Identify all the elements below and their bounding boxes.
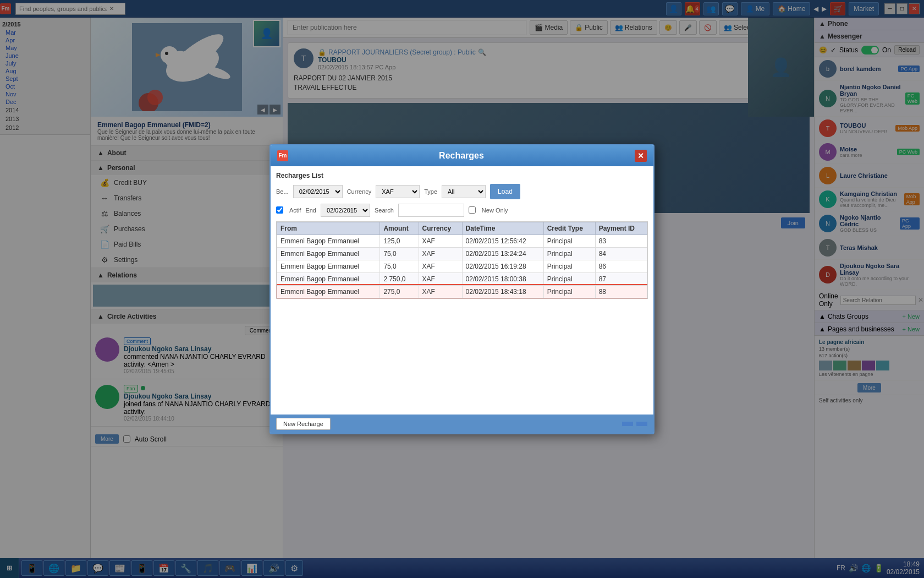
table-header: From Amount Currency DateTime Credit Typ… <box>277 222 647 235</box>
col-amount: Amount <box>380 222 419 235</box>
new-recharge-btn[interactable]: New Recharge <box>276 418 331 430</box>
modal-footer: New Recharge <box>271 415 653 433</box>
recharges-modal: Fm Recharges ✕ Recharges List Be... 02/0… <box>270 144 654 434</box>
cell-amount-1: 75,0 <box>380 247 419 260</box>
actif-checkbox[interactable] <box>276 206 283 214</box>
cell-payment-id-0: 83 <box>595 235 647 247</box>
modal-title: Recharges <box>288 151 635 161</box>
currency-label: Currency <box>347 188 372 195</box>
end-label: End <box>305 207 316 214</box>
cell-from-0: Emmeni Bagop Emmanuel <box>277 235 380 247</box>
cell-datetime-4: 02/02/2015 18:43:18 <box>462 285 543 298</box>
cell-credit-type-1: Principal <box>543 247 595 260</box>
col-datetime: DateTime <box>462 222 543 235</box>
modal-close-btn[interactable]: ✕ <box>635 150 647 162</box>
table-empty-area <box>276 299 648 409</box>
modal-logo: Fm <box>277 150 288 161</box>
new-only-label: New Only <box>482 207 508 214</box>
cell-currency-1: XAF <box>419 247 462 260</box>
cell-currency-2: XAF <box>419 260 462 272</box>
modal-footer-right <box>622 421 648 427</box>
cell-currency-4: XAF <box>419 285 462 298</box>
cell-credit-type-4: Principal <box>543 285 595 298</box>
table-row-1[interactable]: Emmeni Bagop Emmanuel 75,0 XAF 02/02/201… <box>277 247 647 260</box>
cell-from-2: Emmeni Bagop Emmanuel <box>277 260 380 272</box>
modal-body: Recharges List Be... 02/02/2015 Currency… <box>271 166 653 415</box>
table-row-2[interactable]: Emmeni Bagop Emmanuel 75,0 XAF 02/02/201… <box>277 260 647 272</box>
cell-from-3: Emmeni Bagop Emmanuel <box>277 272 380 285</box>
recharges-table-container: From Amount Currency DateTime Credit Typ… <box>276 221 648 299</box>
table-body: Emmeni Bagop Emmanuel 125,0 XAF 02/02/20… <box>277 235 647 298</box>
cell-datetime-2: 02/02/2015 16:19:28 <box>462 260 543 272</box>
cell-credit-type-0: Principal <box>543 235 595 247</box>
cell-payment-id-4: 88 <box>595 285 647 298</box>
cell-datetime-3: 02/02/2015 18:00:38 <box>462 272 543 285</box>
type-select[interactable]: All <box>442 185 486 198</box>
table-row-0[interactable]: Emmeni Bagop Emmanuel 125,0 XAF 02/02/20… <box>277 235 647 247</box>
new-only-checkbox[interactable] <box>469 206 476 214</box>
footer-action-btn[interactable] <box>622 421 634 427</box>
currency-select[interactable]: XAF <box>376 185 420 198</box>
modal-header: Fm Recharges ✕ <box>271 145 653 166</box>
cell-currency-3: XAF <box>419 272 462 285</box>
cell-from-4: Emmeni Bagop Emmanuel <box>277 285 380 298</box>
cell-payment-id-1: 84 <box>595 247 647 260</box>
modal-toolbar-2: Actif End 02/02/2015 Search New Only <box>276 204 648 217</box>
recharges-table: From Amount Currency DateTime Credit Typ… <box>277 222 647 298</box>
actif-label: Actif <box>289 207 301 214</box>
footer-close-btn[interactable] <box>636 421 648 427</box>
modal-section-title: Recharges List <box>276 172 648 179</box>
cell-credit-type-2: Principal <box>543 260 595 272</box>
table-row-4[interactable]: Emmeni Bagop Emmanuel 275,0 XAF 02/02/20… <box>277 285 647 298</box>
search-label: Search <box>375 207 394 214</box>
search-field[interactable] <box>398 204 464 217</box>
type-label: Type <box>424 188 437 195</box>
modal-toolbar: Be... 02/02/2015 Currency XAF Type All L… <box>276 184 648 199</box>
cell-payment-id-2: 86 <box>595 260 647 272</box>
begin-label: Be... <box>276 188 289 195</box>
cell-amount-3: 2 750,0 <box>380 272 419 285</box>
cell-currency-0: XAF <box>419 235 462 247</box>
col-currency: Currency <box>419 222 462 235</box>
col-from: From <box>277 222 380 235</box>
col-credit-type: Credit Type <box>543 222 595 235</box>
table-row-3[interactable]: Emmeni Bagop Emmanuel 2 750,0 XAF 02/02/… <box>277 272 647 285</box>
cell-credit-type-3: Principal <box>543 272 595 285</box>
cell-amount-2: 75,0 <box>380 260 419 272</box>
col-payment-id: Payment ID <box>595 222 647 235</box>
cell-from-1: Emmeni Bagop Emmanuel <box>277 247 380 260</box>
end-date-select[interactable]: 02/02/2015 <box>321 204 370 217</box>
modal-overlay: Fm Recharges ✕ Recharges List Be... 02/0… <box>0 0 924 578</box>
cell-amount-0: 125,0 <box>380 235 419 247</box>
cell-datetime-1: 02/02/2015 13:24:24 <box>462 247 543 260</box>
cell-payment-id-3: 87 <box>595 272 647 285</box>
cell-datetime-0: 02/02/2015 12:56:42 <box>462 235 543 247</box>
begin-date-select[interactable]: 02/02/2015 <box>293 185 343 198</box>
load-btn[interactable]: Load <box>490 184 520 199</box>
cell-amount-4: 275,0 <box>380 285 419 298</box>
